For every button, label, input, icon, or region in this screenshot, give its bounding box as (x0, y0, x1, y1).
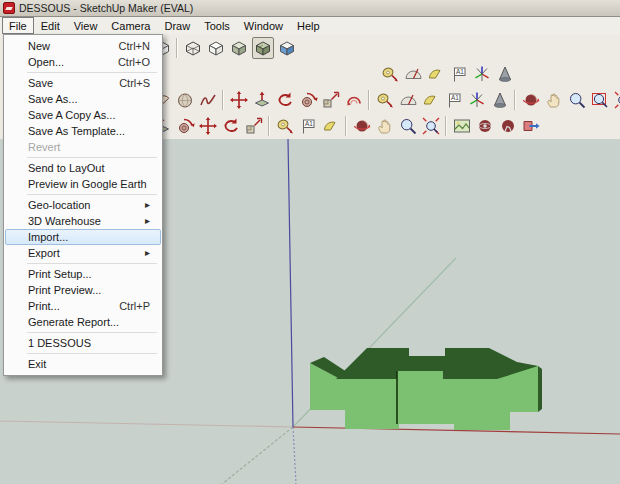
text-icon[interactable]: A1 (449, 64, 469, 84)
axis-blue-negative (293, 427, 296, 484)
follow-me-icon[interactable] (175, 116, 195, 136)
menu-item-shortcut: Ctrl+S (119, 76, 150, 90)
window-title: DESSOUS - SketchUp Maker (EVAL) (19, 2, 193, 14)
file-menu-item-send-to-layout[interactable]: Send to LayOut (5, 160, 161, 176)
protractor-icon[interactable] (398, 90, 418, 110)
file-menu-item-export[interactable]: Export▸ (5, 245, 161, 261)
dimensions-icon[interactable] (421, 90, 441, 110)
file-menu-item-print-preview[interactable]: Print Preview... (5, 282, 161, 298)
file-menu-item-save-as-template[interactable]: Save As Template... (5, 123, 161, 139)
menu-separator (27, 353, 157, 354)
menubar-item-edit[interactable]: Edit (34, 17, 67, 34)
zoom-icon[interactable] (567, 90, 587, 110)
file-menu-item-save-as[interactable]: Save As... (5, 91, 161, 107)
wireframe-icon[interactable] (183, 38, 203, 58)
file-menu-item-preview-in-google-earth[interactable]: Preview in Google Earth (5, 176, 161, 192)
3d-text-icon[interactable] (490, 90, 510, 110)
file-menu-item-open[interactable]: Open...Ctrl+O (5, 54, 161, 70)
rotate-icon[interactable] (275, 90, 295, 110)
menu-item-label: Print... (28, 299, 111, 313)
zoom-extents-icon[interactable] (421, 116, 441, 136)
orbit-icon[interactable] (521, 90, 541, 110)
menu-separator (27, 194, 157, 195)
file-menu-item-exit[interactable]: Exit (5, 356, 161, 372)
zoom-window-icon[interactable] (590, 90, 610, 110)
file-menu-item-import[interactable]: Import... (5, 229, 161, 245)
menu-item-label: Save As... (28, 92, 150, 106)
follow-me-icon[interactable] (298, 90, 318, 110)
menubar-item-file[interactable]: File (2, 17, 34, 34)
file-menu-item-geo-location[interactable]: Geo-location▸ (5, 197, 161, 213)
menubar-item-help[interactable]: Help (290, 17, 327, 34)
axis-green-negative (222, 427, 293, 484)
toolbar-row-4: A1 (150, 114, 542, 138)
scale-icon[interactable] (321, 90, 341, 110)
move-icon[interactable] (229, 90, 249, 110)
file-menu-item-3d-warehouse[interactable]: 3D Warehouse▸ (5, 213, 161, 229)
pan-icon[interactable] (544, 90, 564, 110)
menu-separator (27, 332, 157, 333)
menu-item-label: Send to LayOut (28, 161, 150, 175)
submenu-arrow-icon: ▸ (145, 214, 150, 228)
pan-icon[interactable] (375, 116, 395, 136)
text-icon[interactable]: A1 (444, 90, 464, 110)
menu-item-label: 3D Warehouse (28, 214, 137, 228)
menubar-item-tools[interactable]: Tools (197, 17, 237, 34)
menubar-item-view[interactable]: View (67, 17, 105, 34)
menu-item-label: Save As Template... (28, 124, 150, 138)
file-menu-item-generate-report[interactable]: Generate Report... (5, 314, 161, 330)
polygon-icon[interactable] (175, 90, 195, 110)
shaded-icon[interactable] (229, 38, 249, 58)
menu-item-shortcut: Ctrl+O (118, 55, 150, 69)
menu-item-label: Save A Copy As... (28, 108, 150, 122)
file-menu-item-print-setup[interactable]: Print Setup... (5, 266, 161, 282)
file-menu-item-save[interactable]: SaveCtrl+S (5, 75, 161, 91)
rotate-icon[interactable] (221, 116, 241, 136)
axes-icon[interactable] (467, 90, 487, 110)
menu-item-shortcut: Ctrl+N (119, 39, 150, 53)
menu-item-label: Open... (28, 55, 110, 69)
file-menu-item-save-a-copy-as[interactable]: Save A Copy As... (5, 107, 161, 123)
menu-item-label: Geo-location (28, 198, 137, 212)
window-titlebar[interactable]: DESSOUS - SketchUp Maker (EVAL) (0, 0, 620, 17)
dimensions-icon[interactable] (321, 116, 341, 136)
toolbar-separator (514, 90, 516, 110)
move-icon[interactable] (198, 116, 218, 136)
menu-item-label: Save (28, 76, 111, 90)
orbit-icon[interactable] (352, 116, 372, 136)
protractor-icon[interactable] (403, 64, 423, 84)
shaded-with-textures-icon[interactable] (252, 37, 274, 59)
tape-measure-icon[interactable] (375, 90, 395, 110)
3d-text-icon[interactable] (495, 64, 515, 84)
zoom-icon[interactable] (398, 116, 418, 136)
look-around-icon[interactable] (475, 116, 495, 136)
toolbar-separator (345, 116, 347, 136)
menu-item-shortcut: Ctrl+P (119, 299, 150, 313)
menubar-item-window[interactable]: Window (237, 17, 290, 34)
tape-measure-icon[interactable] (380, 64, 400, 84)
photo-textures-icon[interactable] (452, 116, 472, 136)
file-menu-item-new[interactable]: NewCtrl+N (5, 38, 161, 54)
menu-item-label: Print Preview... (28, 283, 150, 297)
push-pull-icon[interactable] (252, 90, 272, 110)
file-menu-item-1-dessous[interactable]: 1 DESSOUS (5, 335, 161, 351)
freehand-icon[interactable] (198, 90, 218, 110)
menubar-item-draw[interactable]: Draw (157, 17, 197, 34)
tape-measure-icon[interactable] (275, 116, 295, 136)
text-icon[interactable]: A1 (298, 116, 318, 136)
menubar-item-camera[interactable]: Camera (104, 17, 157, 34)
menu-item-label: Import... (28, 230, 150, 244)
walk-icon[interactable] (498, 116, 518, 136)
export-scene-icon[interactable] (521, 116, 541, 136)
axes-icon[interactable] (472, 64, 492, 84)
dimensions-icon[interactable] (426, 64, 446, 84)
svg-text:A1: A1 (305, 120, 313, 127)
submenu-arrow-icon: ▸ (145, 198, 150, 212)
file-menu-item-print[interactable]: Print...Ctrl+P (5, 298, 161, 314)
monochrome-icon[interactable] (277, 38, 297, 58)
hidden-line-icon[interactable] (206, 38, 226, 58)
scale-icon[interactable] (244, 116, 264, 136)
zoom-extents-icon[interactable] (613, 90, 620, 110)
toolbar-row-1 (150, 36, 298, 60)
offset-icon[interactable] (344, 90, 364, 110)
